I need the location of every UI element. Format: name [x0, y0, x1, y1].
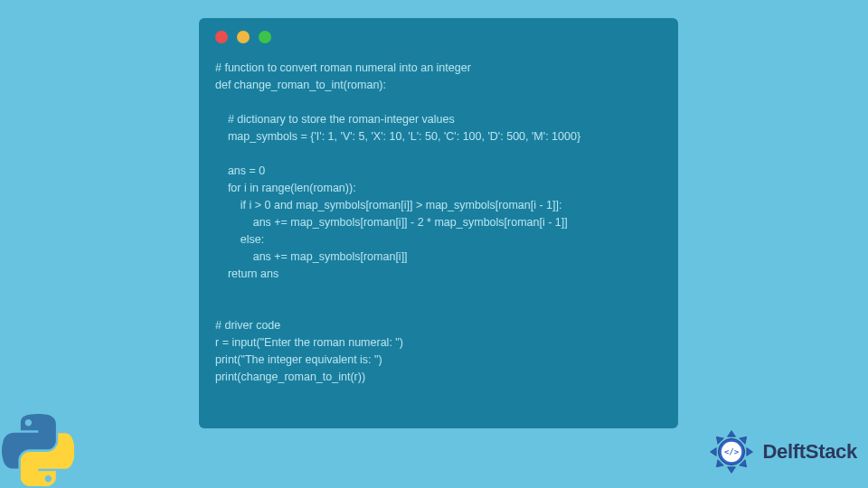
- svg-text:</>: </>: [724, 447, 739, 456]
- minimize-icon: [237, 31, 250, 43]
- code-window: # function to convert roman numeral into…: [199, 18, 678, 428]
- delftstack-badge-icon: </>: [706, 427, 757, 477]
- svg-marker-2: [747, 448, 753, 456]
- svg-marker-0: [728, 430, 736, 436]
- code-content: # function to convert roman numeral into…: [215, 60, 662, 386]
- python-logo-icon: [2, 414, 74, 486]
- delftstack-brand-text: DelftStack: [762, 440, 857, 464]
- svg-marker-6: [711, 448, 717, 456]
- close-icon: [215, 31, 228, 43]
- window-controls: [215, 31, 662, 43]
- delftstack-logo: </> DelftStack: [706, 427, 857, 477]
- maximize-icon: [259, 31, 271, 43]
- svg-marker-4: [728, 467, 736, 474]
